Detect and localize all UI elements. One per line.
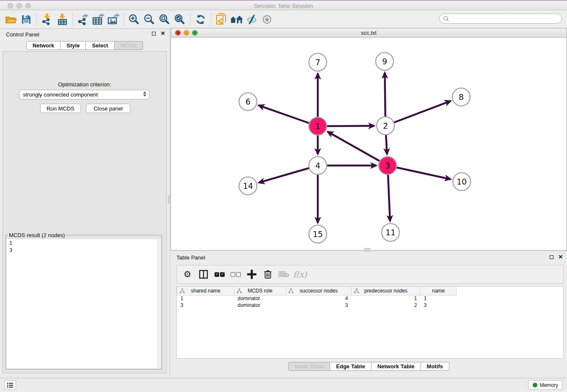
- graph-node-3[interactable]: 3: [379, 157, 396, 174]
- table-cell[interactable]: 1: [421, 295, 457, 302]
- memory-button[interactable]: Memory: [528, 380, 563, 390]
- zoom-fit-button[interactable]: [157, 12, 172, 27]
- zoom-selected-button[interactable]: [172, 12, 187, 27]
- table-panel-title: Table Panel: [176, 254, 205, 261]
- table-settings-button[interactable]: ⚙: [180, 267, 195, 282]
- run-mcds-button[interactable]: Run MCDS: [40, 104, 81, 113]
- column-header-predecessor-nodes[interactable]: predecessor nodes: [352, 287, 421, 295]
- table-panel-float-icon[interactable]: [550, 255, 553, 259]
- table-cell[interactable]: 1: [352, 295, 421, 302]
- control-panel-close-icon[interactable]: ×: [161, 31, 165, 36]
- fx-icon: f(x): [293, 270, 307, 279]
- tab-network-table[interactable]: Network Table: [372, 362, 421, 371]
- refresh-view-button[interactable]: [193, 12, 208, 27]
- hide-selected-button[interactable]: [244, 12, 259, 27]
- task-history-button[interactable]: [4, 380, 16, 390]
- search-input[interactable]: [449, 16, 558, 22]
- open-folder-icon: [5, 14, 17, 25]
- table-cell[interactable]: dominator: [234, 302, 286, 309]
- tab-motifs[interactable]: Motifs: [421, 362, 449, 371]
- svg-text:10: 10: [457, 177, 467, 186]
- column-header-shared-name[interactable]: shared name: [177, 287, 234, 295]
- save-session-button[interactable]: [19, 12, 34, 27]
- table-cell[interactable]: 2: [352, 302, 421, 309]
- toolbar-separator: [72, 13, 73, 26]
- toolbar-separator: [124, 13, 124, 26]
- select-all-columns-button[interactable]: [212, 267, 227, 282]
- open-session-button[interactable]: [3, 12, 19, 27]
- window-title: Session: New Session: [0, 3, 567, 9]
- graph-node-8[interactable]: 8: [452, 88, 470, 106]
- import-table-button[interactable]: [55, 12, 70, 27]
- memory-status-icon: [533, 383, 537, 387]
- column-header-name[interactable]: name: [421, 287, 457, 295]
- node-table-header-row: shared nameMCDS rolesuccessor nodesprede…: [177, 287, 457, 295]
- graph-node-9[interactable]: 9: [376, 52, 394, 70]
- divider-handle-horizontal[interactable]: [364, 248, 370, 251]
- optimization-criterion-dropdown[interactable]: strongly connected component: [19, 90, 149, 99]
- mcds-result-title: MCDS result (2 nodes): [8, 232, 66, 238]
- graph-node-15[interactable]: 15: [309, 225, 327, 243]
- function-builder-button-disabled[interactable]: f(x): [293, 267, 307, 282]
- graph-node-2[interactable]: 2: [377, 117, 394, 135]
- split-panel-button[interactable]: [196, 267, 211, 282]
- graph-node-6[interactable]: 6: [239, 93, 257, 110]
- tab-style[interactable]: Style: [61, 41, 86, 50]
- table-cell[interactable]: 3: [177, 302, 234, 309]
- column-header-MCDS-role[interactable]: MCDS role: [234, 287, 286, 295]
- column-header-successor-nodes[interactable]: successor nodes: [286, 287, 352, 295]
- graph-node-10[interactable]: 10: [453, 173, 471, 190]
- attribute-tree-icon: [354, 288, 359, 294]
- toolbar-separator: [36, 13, 37, 26]
- table-cell[interactable]: 4: [286, 295, 352, 302]
- export-image-button[interactable]: [106, 12, 121, 27]
- graph-node-14[interactable]: 14: [239, 177, 257, 195]
- table-row[interactable]: 3dominator323: [177, 302, 457, 309]
- export-network-button[interactable]: [75, 12, 91, 27]
- graph-node-1[interactable]: 1: [309, 117, 327, 135]
- networks-overview-button[interactable]: [229, 12, 244, 27]
- svg-text:8: 8: [459, 92, 464, 102]
- result-scrollbar[interactable]: [157, 239, 161, 368]
- table-cell[interactable]: 3: [286, 302, 352, 309]
- tab-mcds[interactable]: MCDS: [115, 41, 143, 50]
- graph-node-4[interactable]: 4: [309, 157, 327, 174]
- show-hidden-button-disabled[interactable]: [259, 12, 275, 27]
- node-table: shared nameMCDS rolesuccessor nodesprede…: [177, 287, 457, 309]
- import-network-button[interactable]: [39, 12, 55, 27]
- export-table-button[interactable]: [91, 12, 106, 27]
- table-cell[interactable]: dominator: [234, 295, 286, 302]
- mcds-result-lines: 13: [7, 239, 161, 254]
- import-table-icon: [57, 14, 68, 25]
- status-bar: Memory: [0, 378, 567, 392]
- delete-columns-button[interactable]: [261, 267, 275, 282]
- table-row[interactable]: 1dominator411: [177, 295, 457, 302]
- plus-icon: [247, 270, 256, 279]
- node-table-container: shared nameMCDS rolesuccessor nodesprede…: [176, 286, 564, 359]
- close-panel-button[interactable]: Close panel: [86, 104, 130, 113]
- table-panel-close-icon[interactable]: ×: [559, 255, 563, 259]
- delete-table-button-disabled[interactable]: [277, 267, 291, 282]
- clone-network-button[interactable]: [214, 12, 229, 27]
- tab-edge-table[interactable]: Edge Table: [330, 362, 371, 371]
- control-panel-float-icon[interactable]: [152, 32, 156, 36]
- table-cell[interactable]: 1: [177, 295, 234, 302]
- control-panel: Control Panel × NetworkStyleSelectMCDS O…: [0, 29, 169, 376]
- tab-node-table[interactable]: Node Table: [288, 362, 330, 371]
- zoom-out-button[interactable]: [142, 12, 157, 27]
- graph-edge-3-10[interactable]: [388, 166, 451, 179]
- graph-edge-3-1[interactable]: [328, 132, 388, 166]
- graph-node-11[interactable]: 11: [382, 224, 399, 241]
- table-cell[interactable]: 3: [421, 302, 457, 309]
- toolbar-separator: [190, 13, 190, 26]
- tab-network[interactable]: Network: [26, 41, 61, 50]
- network-window-titlebar[interactable]: ✕ − + scc.txt: [171, 28, 567, 38]
- clone-network-icon: [216, 13, 227, 26]
- tab-select[interactable]: Select: [86, 41, 114, 50]
- graph-edge-2-8[interactable]: [385, 101, 451, 126]
- unselect-all-columns-button[interactable]: [228, 267, 243, 282]
- add-column-button[interactable]: [245, 267, 259, 282]
- zoom-in-button[interactable]: [127, 12, 142, 27]
- network-canvas[interactable]: 7968124314101511: [171, 38, 567, 250]
- graph-node-7[interactable]: 7: [309, 53, 327, 71]
